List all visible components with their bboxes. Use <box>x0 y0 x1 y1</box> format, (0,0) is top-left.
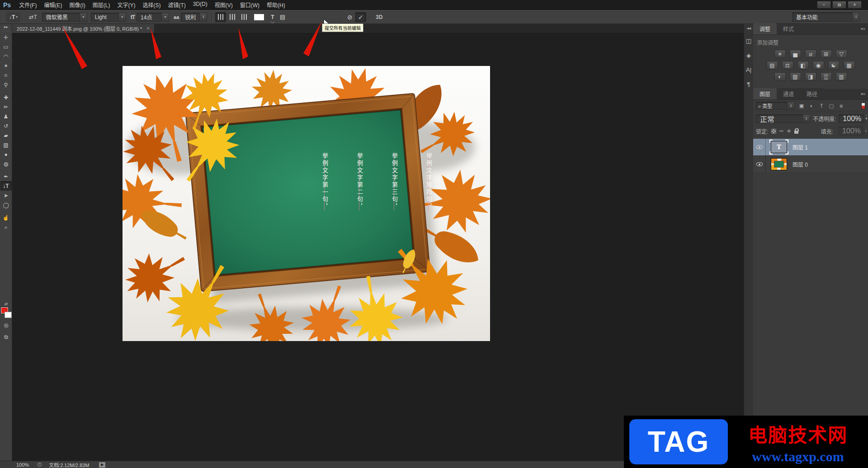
align-center-button[interactable] <box>227 12 238 22</box>
tool-preset-picker[interactable]: ↓T ▾ <box>7 13 20 22</box>
dropdown-button[interactable]: ▾ <box>118 13 126 21</box>
smart-object-filter-icon[interactable]: ⧈ <box>837 102 846 110</box>
menu-item[interactable]: 选择(S) <box>139 0 164 10</box>
hand-tool[interactable]: ☝ <box>0 213 12 222</box>
lock-paint-button[interactable]: ✏ <box>779 128 783 134</box>
cancel-edits-button[interactable]: ⊘ <box>344 12 355 22</box>
font-style-select[interactable]: Light ▾ <box>91 13 126 22</box>
move-tool[interactable]: ✛ <box>0 33 12 42</box>
character-panel-icon[interactable]: A| <box>745 64 753 75</box>
threshold-icon[interactable]: ◨ <box>805 72 816 81</box>
toggle-panels-button[interactable]: ▤ <box>277 14 288 20</box>
collapse-toolbar-button[interactable]: ▶▶ <box>4 24 8 29</box>
selective-color-icon[interactable]: ▥ <box>836 72 847 81</box>
menu-item[interactable]: 3D(D) <box>189 0 211 10</box>
visibility-toggle[interactable] <box>753 139 766 155</box>
lock-transparent-button[interactable] <box>771 129 776 134</box>
zoom-level[interactable]: 100% <box>0 462 33 468</box>
exposure-icon[interactable]: ⊞ <box>821 50 832 58</box>
panel-menu-icon[interactable]: ▾≡ <box>861 27 865 31</box>
vertical-text-column[interactable]: 举例文字第二句， <box>355 153 363 211</box>
warp-text-button[interactable]: T◡ <box>268 14 277 20</box>
paragraph-panel-icon[interactable]: ¶ <box>745 78 753 90</box>
menu-item[interactable]: 文件(F) <box>15 0 40 10</box>
status-expand-button[interactable]: ▶ <box>99 462 105 468</box>
vertical-text-column[interactable]: 举例文字第一句， <box>321 153 329 211</box>
panel-tab[interactable]: 通道 <box>777 88 800 99</box>
layer-row-text[interactable]: T 图层 1 <box>753 139 868 156</box>
fill-select[interactable]: 100% ▾ <box>838 126 863 136</box>
layer-thumbnail[interactable]: T <box>769 140 788 154</box>
eraser-tool[interactable]: ▰ <box>0 131 12 140</box>
gradient-tool[interactable]: ▧ <box>0 140 12 150</box>
document-tab[interactable]: 2022-12-08_111449 副本.png @ 100% (图层 0, R… <box>12 24 155 33</box>
layer-row-image[interactable]: 图层 0 <box>753 156 868 173</box>
menu-item[interactable]: 窗口(W) <box>236 0 263 10</box>
restore-button[interactable]: ⧉ <box>832 1 846 9</box>
blur-tool[interactable]: ● <box>0 150 12 159</box>
menu-item[interactable]: 滤镜(T) <box>164 0 189 10</box>
anti-alias-select[interactable]: 锐利 ⇕ <box>181 13 207 22</box>
brightness-contrast-icon[interactable]: ☀ <box>774 50 786 58</box>
document-canvas[interactable]: 举例文字第一句，举例文字第二句，举例文字第三句，举例文字第四句。 <box>123 66 490 341</box>
lock-all-button[interactable] <box>794 129 798 134</box>
panel-menu-icon[interactable]: ▾≡ <box>861 92 865 96</box>
gradient-map-icon[interactable]: ▒ <box>821 72 832 81</box>
menu-item[interactable]: 视图(V) <box>211 0 236 10</box>
close-button[interactable]: × <box>848 1 862 9</box>
menu-item[interactable]: 图层(L) <box>89 0 114 10</box>
shape-filter-icon[interactable]: ▢ <box>827 102 836 110</box>
invert-icon[interactable]: ◐ <box>774 72 786 81</box>
brush-tool[interactable]: ✏ <box>0 102 12 112</box>
panel-tab[interactable]: 调整 <box>753 23 777 34</box>
background-color-swatch[interactable] <box>5 312 12 318</box>
magic-wand-tool[interactable]: ✶ <box>0 61 12 70</box>
photo-filter-icon[interactable]: ◉ <box>813 61 824 70</box>
pen-tool[interactable]: ✒ <box>0 172 12 181</box>
close-icon[interactable]: × <box>146 25 150 32</box>
minimize-button[interactable]: − <box>817 1 831 9</box>
font-family-select[interactable]: 微软雅黑 ▾ <box>42 13 87 22</box>
black-white-icon[interactable]: ◧ <box>797 61 809 70</box>
image-layer-thumbnail[interactable] <box>771 158 787 170</box>
dodge-tool[interactable]: ◍ <box>0 159 12 168</box>
opacity-select[interactable]: 100% ▾ <box>839 114 864 123</box>
type-filter-icon[interactable]: T <box>817 102 826 110</box>
filter-toggle-switch[interactable] <box>861 103 865 109</box>
hue-saturation-icon[interactable]: ▤ <box>767 61 778 70</box>
history-brush-tool[interactable]: ↺ <box>0 121 12 131</box>
align-top-button[interactable] <box>215 12 226 22</box>
vibrance-icon[interactable]: ▽ <box>836 50 847 58</box>
adjustment-filter-icon[interactable]: ◐ <box>807 102 816 110</box>
align-bottom-button[interactable] <box>239 12 250 22</box>
dropdown-button[interactable]: ⇕ <box>787 102 794 109</box>
ellipse-tool[interactable]: ◯ <box>0 200 12 210</box>
dropdown-button[interactable]: ▾ <box>80 13 87 21</box>
layer-name[interactable]: 图层 1 <box>793 143 808 151</box>
font-size-select[interactable]: 14点 ▾ <box>137 13 169 22</box>
swap-colors-icon[interactable]: ⇄ <box>5 302 8 306</box>
dropdown-button[interactable]: ⇕ <box>199 13 207 21</box>
dropdown-button[interactable]: ⇕ <box>852 13 859 21</box>
vertical-text-column[interactable]: 举例文字第四句。 <box>425 153 433 211</box>
eyedropper-tool[interactable]: ⚲ <box>0 80 12 89</box>
screen-mode-button[interactable]: ⧉ <box>0 332 12 342</box>
text-color-swatch[interactable] <box>254 14 264 21</box>
visibility-toggle[interactable] <box>753 156 766 173</box>
healing-brush-tool[interactable]: ✚ <box>0 93 12 102</box>
vertical-type-tool[interactable]: ↓T <box>0 181 12 191</box>
filter-type-select[interactable]: ⌕ 类型 ⇕ <box>756 102 795 110</box>
vertical-type-layer[interactable]: 举例文字第一句，举例文字第二句，举例文字第三句，举例文字第四句。 <box>123 66 490 341</box>
quick-mask-button[interactable]: ◎ <box>0 321 12 330</box>
layer-name[interactable]: 图层 0 <box>793 160 808 168</box>
crop-tool[interactable]: ⌗ <box>0 70 12 80</box>
color-balance-icon[interactable]: ⚖ <box>782 61 793 70</box>
posterize-icon[interactable]: ▨ <box>790 72 801 81</box>
3d-button[interactable]: 3D <box>372 14 386 20</box>
dropdown-button[interactable]: ▾ <box>865 115 867 122</box>
panel-tab[interactable]: 图层 <box>753 88 777 99</box>
color-lookup-icon[interactable]: ▦ <box>844 61 855 70</box>
menu-item[interactable]: 文字(Y) <box>113 0 139 10</box>
zoom-tool[interactable]: ⌕ <box>0 222 12 232</box>
menu-item[interactable]: 帮助(H) <box>263 0 289 10</box>
